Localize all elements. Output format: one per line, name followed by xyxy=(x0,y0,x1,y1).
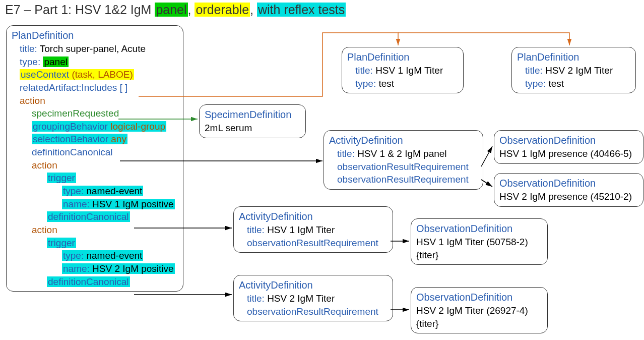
type-panel-tag: panel xyxy=(43,56,69,67)
arrow-related-pd2 xyxy=(398,33,569,45)
trigger-2: trigger xyxy=(47,238,76,248)
specimen-definition-box: SpecimenDefinition 2mL serum xyxy=(199,104,306,138)
plandef-hsv2-box: PlanDefinition title: HSV 2 IgM Titer ty… xyxy=(511,47,636,93)
specimen-requested: specimenRequested xyxy=(32,108,119,119)
def-canonical-2: definitionCanonical xyxy=(47,211,130,222)
def-canonical-1: definitionCanonical xyxy=(32,147,113,157)
selection-behavior: selectionBehavior any xyxy=(32,134,127,144)
orr-ad3: observationResultRequirement xyxy=(239,305,388,318)
related-artifact: relatedArtifact:Includes [ ] xyxy=(20,82,127,93)
plandef-hsv1-box: PlanDefinition title: HSV 1 IgM Titer ty… xyxy=(342,47,464,93)
title-prefix: E7 – Part 1: HSV 1&2 IgM xyxy=(5,3,155,17)
plandef-heading: PlanDefinition xyxy=(12,29,178,42)
title-tag-orderable: orderable xyxy=(195,3,250,17)
obsdef-hsv2-titer-box: ObservationDefinition HSV 2 IgM Titer (2… xyxy=(411,287,548,333)
title-tag-reflex: with reflex tests xyxy=(257,3,346,17)
obsdef-hsv1-presence-box: ObservationDefinition HSV 1 IgM presence… xyxy=(494,130,643,164)
page-title: E7 – Part 1: HSV 1&2 IgM panel, orderabl… xyxy=(5,3,346,17)
activitydef-panel-box: ActivityDefinition title: HSV 1 & 2 IgM … xyxy=(324,130,483,190)
orr-ad1-a: observationResultRequirement xyxy=(329,160,478,174)
grouping-behavior: groupingBehavior logical-group xyxy=(32,121,166,132)
orr-ad1-b: observationResultRequirement xyxy=(329,173,478,186)
main-plandefinition-box: PlanDefinition title: Torch super-panel,… xyxy=(6,25,183,292)
orr-ad2: observationResultRequirement xyxy=(239,237,388,250)
obsdef-hsv1-titer-box: ObservationDefinition HSV 1 IgM Titer (5… xyxy=(411,218,548,265)
activitydef-hsv1titer-box: ActivityDefinition title: HSV 1 IgM Tite… xyxy=(233,206,393,253)
activitydef-hsv2titer-box: ActivityDefinition title: HSV 2 IgM Tite… xyxy=(233,275,393,321)
def-canonical-3: definitionCanonical xyxy=(47,276,130,287)
usecontext-tag: useContext (task, LABOE) xyxy=(20,69,134,80)
title-tag-panel: panel xyxy=(155,3,187,17)
trigger-1: trigger xyxy=(47,173,76,183)
obsdef-hsv2-presence-box: ObservationDefinition HSV 2 IgM presence… xyxy=(494,173,643,207)
